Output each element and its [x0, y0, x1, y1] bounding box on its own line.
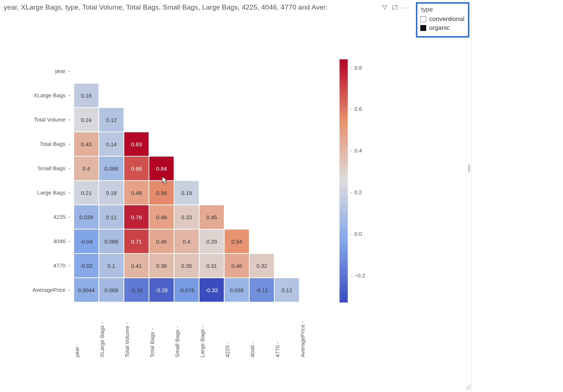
heatmap-cell: 0.38	[149, 253, 174, 278]
heatmap-cell: 0.31	[199, 253, 224, 278]
heatmap-cell: 0.78	[124, 205, 149, 229]
slicer-item[interactable]: conventional	[420, 15, 465, 24]
heatmap-cell: 0.21	[74, 181, 99, 205]
checkbox-empty-icon[interactable]	[420, 16, 426, 22]
heatmap-cell: 0.4	[74, 156, 99, 181]
y-axis-label: year -	[15, 68, 70, 74]
heatmap-cell: 0.12	[99, 108, 124, 132]
x-axis-label: 4770 -	[274, 306, 299, 357]
x-axis-label: XLarge Bags -	[99, 306, 124, 357]
heatmap-cell: 0.14	[99, 132, 124, 156]
focus-mode-icon[interactable]	[391, 3, 399, 11]
checkbox-checked-icon[interactable]	[420, 25, 426, 31]
slicer-item[interactable]: organic	[420, 24, 465, 32]
heatmap-cell: 0.11	[99, 205, 124, 229]
scrollbar-thumb[interactable]	[468, 164, 470, 172]
slicer-item-label: conventional	[429, 15, 464, 23]
heatmap-cell: 0.32	[249, 253, 274, 278]
heatmap-cell: 0.46	[224, 253, 249, 278]
heatmap-cell: 0.068	[99, 278, 124, 302]
pane-divider[interactable]	[471, 0, 472, 392]
y-axis-label: XLarge Bags -	[15, 92, 70, 98]
heatmap-cell: -0.04	[74, 229, 99, 253]
colorbar	[339, 59, 348, 303]
heatmap-cell: 0.46	[149, 229, 174, 253]
heatmap-cell: 0.35	[174, 253, 199, 278]
colorbar-tick: 0.8	[350, 64, 362, 70]
colorbar-tick: 0.6	[350, 106, 362, 112]
colorbar-tick: 0.4	[350, 147, 362, 154]
colorbar-tick: 0.0	[350, 230, 362, 237]
x-axis-label: 4225 -	[224, 306, 249, 357]
more-options-icon[interactable]: ···	[401, 3, 410, 11]
heatmap-cell: 0.19	[174, 181, 199, 205]
heatmap-cell: -0.11	[249, 278, 274, 302]
heatmap-cell: 0.84	[149, 156, 174, 181]
slicer-item-label: organic	[429, 24, 450, 32]
heatmap-cell: 0.18	[99, 181, 124, 205]
colorbar-tick: 0.2	[350, 189, 362, 195]
heatmap-cell: 0.48	[149, 205, 174, 229]
x-axis-label: year -	[74, 306, 99, 357]
heatmap-cell: 0.54	[224, 229, 249, 253]
heatmap-cell: 0.29	[199, 229, 224, 253]
heatmap-cell: 0.0044	[74, 278, 99, 302]
heatmap-cell: 0.4	[174, 229, 199, 253]
y-axis-label: 4046 -	[15, 238, 70, 244]
y-axis-label: AveragePrice -	[15, 287, 70, 293]
svg-rect-0	[393, 6, 398, 10]
heatmap-cell: 0.066	[99, 156, 124, 181]
visual-header: year, XLarge Bags, type, Total Volume, T…	[4, 2, 410, 13]
correlation-heatmap: 0.160.240.120.430.140.830.40.0660.680.84…	[15, 52, 406, 354]
y-axis-label: Total Bags -	[15, 141, 70, 147]
visual-title: year, XLarge Bags, type, Total Volume, T…	[4, 3, 378, 11]
heatmap-cell: 0.12	[274, 278, 299, 302]
heatmap-cell: -0.26	[149, 278, 174, 302]
heatmap-cell: 0.16	[74, 83, 99, 108]
y-axis-label: 4225 -	[15, 214, 70, 220]
y-axis-label: Small Bags -	[15, 165, 70, 171]
heatmap-cell: 0.83	[124, 132, 149, 156]
heatmap-cell: 0.41	[124, 253, 149, 278]
heatmap-plot-area: 0.160.240.120.430.140.830.40.0660.680.84…	[74, 59, 324, 302]
x-axis-label: Total Bags -	[149, 306, 174, 357]
heatmap-cell: 0.24	[74, 108, 99, 132]
heatmap-cell: 0.088	[99, 229, 124, 253]
x-axis-label: 4046 -	[249, 306, 274, 357]
y-axis-label: Total Volume -	[15, 116, 70, 123]
heatmap-cell: 0.48	[124, 181, 149, 205]
heatmap-cell: -0.076	[174, 278, 199, 302]
heatmap-cell: 0.56	[149, 181, 174, 205]
heatmap-cell: 0.68	[124, 156, 149, 181]
filter-icon[interactable]	[380, 3, 389, 11]
heatmap-cell: 0.43	[74, 132, 99, 156]
heatmap-cell: -0.02	[74, 253, 99, 278]
resize-handle-icon[interactable]	[464, 383, 471, 390]
slicer-title: type	[421, 6, 465, 13]
heatmap-cell: 0.45	[199, 205, 224, 229]
type-slicer[interactable]: type conventionalorganic	[416, 2, 469, 38]
heatmap-cell: 0.71	[124, 229, 149, 253]
heatmap-cell: -0.33	[199, 278, 224, 302]
heatmap-cell: 0.039	[74, 205, 99, 229]
y-axis-label: 4770 -	[15, 262, 70, 269]
x-axis-label: Total Volume -	[124, 306, 149, 357]
x-axis-label: Small Bags -	[174, 306, 199, 357]
y-axis-label: Large Bags -	[15, 189, 70, 196]
heatmap-cell: -0.18	[124, 278, 149, 302]
colorbar-tick: −0.2	[350, 272, 365, 278]
heatmap-cell: 0.33	[174, 205, 199, 229]
x-axis-label: Large Bags -	[199, 306, 224, 357]
heatmap-cell: 0.1	[99, 253, 124, 278]
heatmap-cell: 0.036	[224, 278, 249, 302]
x-axis-label: AveragePrice -	[299, 306, 324, 357]
